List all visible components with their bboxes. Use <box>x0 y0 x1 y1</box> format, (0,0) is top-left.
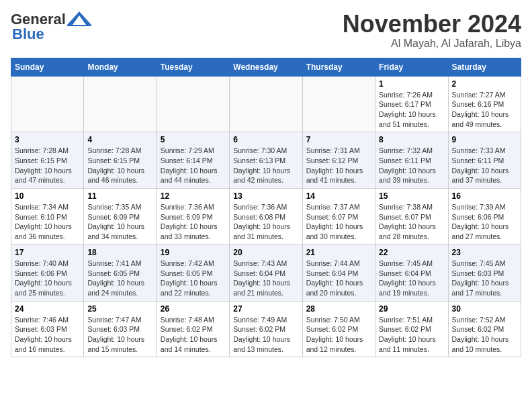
day-info: Sunrise: 7:28 AM Sunset: 6:15 PM Dayligh… <box>87 146 152 185</box>
day-info: Sunrise: 7:36 AM Sunset: 6:09 PM Dayligh… <box>161 202 226 242</box>
calendar-cell: 2Sunrise: 7:27 AM Sunset: 6:16 PM Daylig… <box>448 76 521 132</box>
calendar-cell: 1Sunrise: 7:26 AM Sunset: 6:17 PM Daylig… <box>375 76 448 132</box>
calendar-cell: 9Sunrise: 7:33 AM Sunset: 6:11 PM Daylig… <box>448 132 521 189</box>
calendar-cell: 12Sunrise: 7:36 AM Sunset: 6:09 PM Dayli… <box>157 189 229 245</box>
day-number: 1 <box>379 79 444 89</box>
day-number: 20 <box>233 248 298 257</box>
day-info: Sunrise: 7:26 AM Sunset: 6:17 PM Dayligh… <box>379 90 444 130</box>
location-title: Al Mayah, Al Jafarah, Libya <box>343 38 521 50</box>
day-info: Sunrise: 7:52 AM Sunset: 6:02 PM Dayligh… <box>452 315 517 355</box>
calendar-cell: 14Sunrise: 7:37 AM Sunset: 6:07 PM Dayli… <box>302 189 375 245</box>
day-number: 16 <box>452 191 517 201</box>
calendar-week-row: 10Sunrise: 7:34 AM Sunset: 6:10 PM Dayli… <box>11 189 521 245</box>
day-info: Sunrise: 7:27 AM Sunset: 6:16 PM Dayligh… <box>452 90 517 130</box>
day-number: 24 <box>15 304 80 314</box>
day-info: Sunrise: 7:47 AM Sunset: 6:03 PM Dayligh… <box>87 315 152 355</box>
day-info: Sunrise: 7:37 AM Sunset: 6:07 PM Dayligh… <box>306 202 371 242</box>
calendar-cell: 5Sunrise: 7:29 AM Sunset: 6:14 PM Daylig… <box>157 132 229 189</box>
day-info: Sunrise: 7:44 AM Sunset: 6:04 PM Dayligh… <box>306 259 371 298</box>
day-info: Sunrise: 7:51 AM Sunset: 6:02 PM Dayligh… <box>379 315 444 355</box>
calendar-cell: 20Sunrise: 7:43 AM Sunset: 6:04 PM Dayli… <box>230 244 302 301</box>
calendar-table: SundayMondayTuesdayWednesdayThursdayFrid… <box>11 58 521 358</box>
day-number: 22 <box>379 248 444 257</box>
day-number: 10 <box>15 191 80 201</box>
day-number: 30 <box>452 304 517 314</box>
calendar-week-row: 24Sunrise: 7:46 AM Sunset: 6:03 PM Dayli… <box>11 301 521 357</box>
calendar-cell <box>84 76 157 132</box>
calendar-week-row: 1Sunrise: 7:26 AM Sunset: 6:17 PM Daylig… <box>11 76 521 132</box>
svg-marker-0 <box>67 11 91 25</box>
calendar-cell: 6Sunrise: 7:30 AM Sunset: 6:13 PM Daylig… <box>230 132 302 189</box>
calendar-cell: 28Sunrise: 7:50 AM Sunset: 6:02 PM Dayli… <box>302 301 375 357</box>
day-number: 14 <box>306 191 371 201</box>
calendar-cell: 15Sunrise: 7:38 AM Sunset: 6:07 PM Dayli… <box>375 189 448 245</box>
calendar-cell <box>302 76 375 132</box>
day-info: Sunrise: 7:33 AM Sunset: 6:11 PM Dayligh… <box>452 146 517 185</box>
calendar-cell: 25Sunrise: 7:47 AM Sunset: 6:03 PM Dayli… <box>84 301 157 357</box>
day-number: 3 <box>15 135 80 144</box>
day-number: 17 <box>15 248 80 257</box>
calendar-cell: 13Sunrise: 7:36 AM Sunset: 6:08 PM Dayli… <box>230 189 302 245</box>
calendar-cell: 24Sunrise: 7:46 AM Sunset: 6:03 PM Dayli… <box>11 301 84 357</box>
day-number: 5 <box>161 135 226 144</box>
day-info: Sunrise: 7:49 AM Sunset: 6:02 PM Dayligh… <box>233 315 298 355</box>
day-info: Sunrise: 7:30 AM Sunset: 6:13 PM Dayligh… <box>233 146 298 185</box>
day-number: 29 <box>379 304 444 314</box>
day-number: 8 <box>379 135 444 144</box>
day-info: Sunrise: 7:29 AM Sunset: 6:14 PM Dayligh… <box>161 146 226 185</box>
day-info: Sunrise: 7:43 AM Sunset: 6:04 PM Dayligh… <box>233 259 298 298</box>
weekday-header-sunday: Sunday <box>11 58 84 76</box>
day-number: 4 <box>87 135 152 144</box>
day-info: Sunrise: 7:46 AM Sunset: 6:03 PM Dayligh… <box>15 315 80 355</box>
day-number: 9 <box>452 135 517 144</box>
title-area: November 2024 Al Mayah, Al Jafarah, Liby… <box>343 11 521 50</box>
day-info: Sunrise: 7:41 AM Sunset: 6:05 PM Dayligh… <box>87 259 152 298</box>
day-info: Sunrise: 7:40 AM Sunset: 6:06 PM Dayligh… <box>15 259 80 298</box>
svg-rect-1 <box>67 25 91 26</box>
calendar-cell: 16Sunrise: 7:39 AM Sunset: 6:06 PM Dayli… <box>448 189 521 245</box>
day-info: Sunrise: 7:45 AM Sunset: 6:03 PM Dayligh… <box>452 259 517 298</box>
calendar-cell: 8Sunrise: 7:32 AM Sunset: 6:11 PM Daylig… <box>375 132 448 189</box>
day-info: Sunrise: 7:28 AM Sunset: 6:15 PM Dayligh… <box>15 146 80 185</box>
day-info: Sunrise: 7:48 AM Sunset: 6:02 PM Dayligh… <box>161 315 226 355</box>
day-number: 11 <box>87 191 152 201</box>
day-number: 27 <box>233 304 298 314</box>
calendar-cell: 26Sunrise: 7:48 AM Sunset: 6:02 PM Dayli… <box>157 301 229 357</box>
calendar-cell: 23Sunrise: 7:45 AM Sunset: 6:03 PM Dayli… <box>448 244 521 301</box>
day-number: 12 <box>161 191 226 201</box>
calendar-cell: 30Sunrise: 7:52 AM Sunset: 6:02 PM Dayli… <box>448 301 521 357</box>
calendar-cell: 10Sunrise: 7:34 AM Sunset: 6:10 PM Dayli… <box>11 189 84 245</box>
calendar-cell: 3Sunrise: 7:28 AM Sunset: 6:15 PM Daylig… <box>11 132 84 189</box>
calendar-cell: 4Sunrise: 7:28 AM Sunset: 6:15 PM Daylig… <box>84 132 157 189</box>
day-number: 21 <box>306 248 371 257</box>
calendar-cell <box>230 76 302 132</box>
logo-blue: Blue <box>12 26 44 43</box>
day-number: 23 <box>452 248 517 257</box>
calendar-header-row: SundayMondayTuesdayWednesdayThursdayFrid… <box>11 58 521 76</box>
day-info: Sunrise: 7:31 AM Sunset: 6:12 PM Dayligh… <box>306 146 371 185</box>
day-info: Sunrise: 7:45 AM Sunset: 6:04 PM Dayligh… <box>379 259 444 298</box>
weekday-header-monday: Monday <box>84 58 157 76</box>
calendar-cell: 19Sunrise: 7:42 AM Sunset: 6:05 PM Dayli… <box>157 244 229 301</box>
day-info: Sunrise: 7:34 AM Sunset: 6:10 PM Dayligh… <box>15 202 80 242</box>
weekday-header-wednesday: Wednesday <box>230 58 302 76</box>
day-number: 25 <box>87 304 152 314</box>
day-number: 15 <box>379 191 444 201</box>
day-number: 26 <box>161 304 226 314</box>
day-number: 19 <box>161 248 226 257</box>
calendar-cell <box>11 76 84 132</box>
calendar-cell: 29Sunrise: 7:51 AM Sunset: 6:02 PM Dayli… <box>375 301 448 357</box>
day-number: 28 <box>306 304 371 314</box>
day-info: Sunrise: 7:32 AM Sunset: 6:11 PM Dayligh… <box>379 146 444 185</box>
day-number: 18 <box>87 248 152 257</box>
day-number: 2 <box>452 79 517 89</box>
weekday-header-thursday: Thursday <box>302 58 375 76</box>
logo-icon <box>67 11 91 26</box>
calendar-cell <box>157 76 229 132</box>
calendar-cell: 17Sunrise: 7:40 AM Sunset: 6:06 PM Dayli… <box>11 244 84 301</box>
calendar-cell: 18Sunrise: 7:41 AM Sunset: 6:05 PM Dayli… <box>84 244 157 301</box>
page-header: General Blue November 2024 Al Mayah, Al … <box>11 11 521 50</box>
logo: General Blue <box>11 11 91 43</box>
day-info: Sunrise: 7:35 AM Sunset: 6:09 PM Dayligh… <box>87 202 152 242</box>
calendar-cell: 11Sunrise: 7:35 AM Sunset: 6:09 PM Dayli… <box>84 189 157 245</box>
